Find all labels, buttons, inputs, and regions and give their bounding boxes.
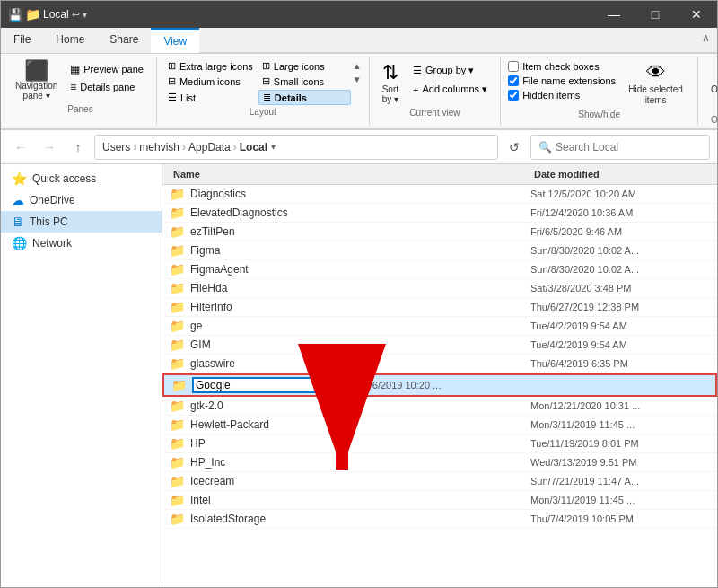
tab-view[interactable]: View bbox=[151, 28, 199, 53]
item-checkboxes-option[interactable]: Item check boxes bbox=[508, 61, 616, 72]
up-button[interactable]: ↑ bbox=[66, 135, 91, 160]
close-button[interactable]: ✕ bbox=[676, 1, 717, 28]
preview-pane-button[interactable]: ▦ Preview pane bbox=[65, 61, 149, 77]
file-date: Mon/3/11/2019 11:45 ... bbox=[530, 419, 710, 430]
back-button[interactable]: ← bbox=[8, 135, 33, 160]
panes-group-label: Panes bbox=[12, 104, 149, 114]
onedrive-label: OneDrive bbox=[30, 194, 154, 206]
breadcrumb-local[interactable]: Local bbox=[240, 141, 267, 154]
file-row-filehda[interactable]: 📁 FileHda Sat/3/28/2020 3:48 PM bbox=[162, 279, 717, 298]
add-col-icon: + bbox=[413, 84, 418, 95]
breadcrumb[interactable]: Users › mehvish › AppData › Local ▾ bbox=[94, 135, 498, 160]
star-icon: ⭐ bbox=[12, 171, 27, 186]
file-extensions-option[interactable]: File name extensions bbox=[508, 75, 616, 86]
folder-icon: 📁 bbox=[170, 243, 185, 258]
group-icon: ☰ bbox=[413, 65, 422, 76]
file-row-gtk[interactable]: 📁 gtk-2.0 Mon/12/21/2020 10:31 ... bbox=[162, 397, 717, 416]
medium-icons-btn[interactable]: ⊟Medium icons bbox=[164, 75, 257, 88]
sidebar-item-quick-access[interactable]: ⭐ Quick access bbox=[1, 168, 162, 189]
breadcrumb-users[interactable]: Users bbox=[102, 141, 130, 154]
folder-icon: 📁 bbox=[170, 512, 185, 526]
file-row-figma-agent[interactable]: 📁 FigmaAgent Sun/8/30/2020 10:02 A... bbox=[162, 260, 717, 279]
cloud-icon: ☁ bbox=[12, 193, 24, 207]
list-icon: ☰ bbox=[168, 92, 177, 103]
sidebar-item-onedrive[interactable]: ☁ OneDrive bbox=[1, 189, 162, 211]
breadcrumb-appdata[interactable]: AppData bbox=[188, 141, 231, 154]
add-columns-button[interactable]: +Add columns ▾ bbox=[407, 82, 493, 97]
hide-selected-button[interactable]: 👁 Hide selected items bbox=[621, 59, 690, 108]
extra-large-icons-btn[interactable]: ⊞Extra large icons bbox=[164, 59, 257, 73]
hidden-items-input[interactable] bbox=[508, 90, 519, 101]
options-button[interactable]: ⚙ Options bbox=[705, 59, 718, 96]
file-row-glasswire[interactable]: 📁 glasswire Thu/6/4/2019 6:35 PM bbox=[162, 355, 717, 373]
quick-access-label: Quick access bbox=[32, 172, 154, 185]
layout-up-arrow[interactable]: ▲ bbox=[353, 59, 362, 73]
folder-icon: 📁 bbox=[170, 493, 185, 507]
folder-icon: 📁 bbox=[170, 356, 185, 371]
sort-by-button[interactable]: ⇅ Sortby ▾ bbox=[377, 59, 404, 106]
ribbon-group-current-view: ⇅ Sortby ▾ ☰Group by ▾ +Add columns ▾ Cu… bbox=[373, 57, 501, 125]
ribbon-collapse-button[interactable]: ∧ bbox=[695, 28, 717, 53]
file-explorer-window: 💾 📁 Local ↩ ▾ — □ ✕ File Home Share View… bbox=[0, 0, 718, 588]
forward-button[interactable]: → bbox=[37, 135, 62, 160]
file-row-isolated-storage[interactable]: 📁 IsolatedStorage Thu/7/4/2019 10:05 PM bbox=[162, 510, 717, 529]
file-extensions-input[interactable] bbox=[508, 75, 519, 86]
quick-dropdown[interactable]: ▾ bbox=[83, 10, 87, 20]
save-icon[interactable]: 💾 bbox=[8, 8, 22, 22]
breadcrumb-dropdown-icon[interactable]: ▾ bbox=[271, 142, 276, 152]
file-row-google[interactable]: 📁 Wed/11/6/2019 10:20 ... bbox=[162, 373, 717, 397]
col-date-modified[interactable]: Date modified bbox=[530, 167, 710, 181]
file-row-hp-inc[interactable]: 📁 HP_Inc Wed/3/13/2019 9:51 PM bbox=[162, 453, 717, 472]
title-controls: — □ ✕ bbox=[593, 1, 717, 28]
refresh-button[interactable]: ↺ bbox=[502, 135, 527, 160]
details-btn[interactable]: ≣Details bbox=[258, 90, 351, 105]
file-list-header: Name Date modified bbox=[162, 164, 717, 185]
file-row-gim[interactable]: 📁 GIM Tue/4/2/2019 9:54 AM bbox=[162, 336, 717, 355]
breadcrumb-sep-3: › bbox=[233, 141, 237, 154]
small-icons-btn[interactable]: ⊟Small icons bbox=[258, 75, 351, 88]
quick-undo[interactable]: ↩ bbox=[72, 9, 80, 21]
file-row-eztiltpen[interactable]: 📁 ezTiltPen Fri/6/5/2020 9:46 AM bbox=[162, 223, 717, 241]
tab-share[interactable]: Share bbox=[97, 28, 151, 53]
network-label: Network bbox=[32, 237, 154, 250]
file-row-icecream[interactable]: 📁 Icecream Sun/7/21/2019 11:47 A... bbox=[162, 472, 717, 491]
minimize-button[interactable]: — bbox=[593, 1, 635, 28]
file-row-intel[interactable]: 📁 Intel Mon/3/11/2019 11:45 ... bbox=[162, 491, 717, 510]
file-row-elevated-diagnostics[interactable]: 📁 ElevatedDiagnostics Fri/12/4/2020 10:3… bbox=[162, 204, 717, 223]
file-name: ElevatedDiagnostics bbox=[190, 206, 530, 219]
file-name: glasswire bbox=[190, 357, 530, 370]
list-btn[interactable]: ☰List bbox=[164, 90, 257, 105]
sidebar-item-network[interactable]: 🌐 Network bbox=[1, 233, 162, 254]
file-row-figma[interactable]: 📁 Figma Sun/8/30/2020 10:02 A... bbox=[162, 241, 717, 260]
options-group-label: Options bbox=[705, 115, 718, 125]
rename-input[interactable] bbox=[192, 377, 336, 393]
search-icon: 🔍 bbox=[538, 141, 552, 154]
current-view-label: Current view bbox=[377, 108, 493, 118]
file-row-ge[interactable]: 📁 ge Tue/4/2/2019 9:54 AM bbox=[162, 317, 717, 336]
tab-file[interactable]: File bbox=[1, 28, 43, 53]
medium-icon: ⊟ bbox=[168, 75, 176, 87]
search-box[interactable]: 🔍 bbox=[530, 135, 710, 160]
file-date: Sat 12/5/2020 10:20 AM bbox=[530, 189, 710, 199]
breadcrumb-mehvish[interactable]: mehvish bbox=[139, 141, 180, 154]
file-row-hewlett-packard[interactable]: 📁 Hewlett-Packard Mon/3/11/2019 11:45 ..… bbox=[162, 416, 717, 434]
file-row-hp[interactable]: 📁 HP Tue/11/19/2019 8:01 PM bbox=[162, 434, 717, 453]
hidden-items-option[interactable]: Hidden items bbox=[508, 90, 616, 101]
col-name[interactable]: Name bbox=[170, 167, 530, 181]
maximize-button[interactable]: □ bbox=[635, 1, 676, 28]
layout-down-arrow[interactable]: ▼ bbox=[353, 73, 362, 86]
sidebar-item-this-pc[interactable]: 🖥 This PC bbox=[1, 211, 162, 233]
search-input[interactable] bbox=[556, 141, 702, 154]
group-by-button[interactable]: ☰Group by ▾ bbox=[407, 63, 493, 78]
file-row-filterinfo[interactable]: 📁 FilterInfo Thu/6/27/2019 12:38 PM bbox=[162, 298, 717, 317]
large-icons-btn[interactable]: ⊞Large icons bbox=[258, 59, 351, 73]
file-name: Diagnostics bbox=[190, 188, 530, 200]
item-checkboxes-input[interactable] bbox=[508, 61, 519, 72]
navigation-pane-button[interactable]: ⬛ Navigationpane ▾ bbox=[12, 59, 61, 102]
folder-icon: 📁 bbox=[170, 338, 185, 352]
extra-large-icon: ⊞ bbox=[168, 60, 176, 72]
file-row-diagnostics[interactable]: 📁 Diagnostics Sat 12/5/2020 10:20 AM bbox=[162, 185, 717, 204]
details-pane-button[interactable]: ≡ Details pane bbox=[65, 79, 149, 95]
tab-home[interactable]: Home bbox=[43, 28, 97, 53]
sort-label: Sortby ▾ bbox=[382, 84, 398, 104]
